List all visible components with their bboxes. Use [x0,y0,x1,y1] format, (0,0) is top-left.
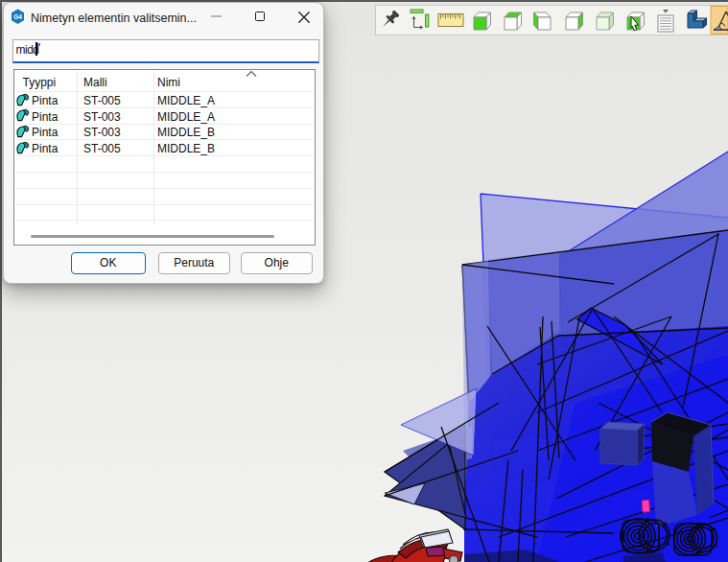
svg-text:G4: G4 [13,12,22,19]
